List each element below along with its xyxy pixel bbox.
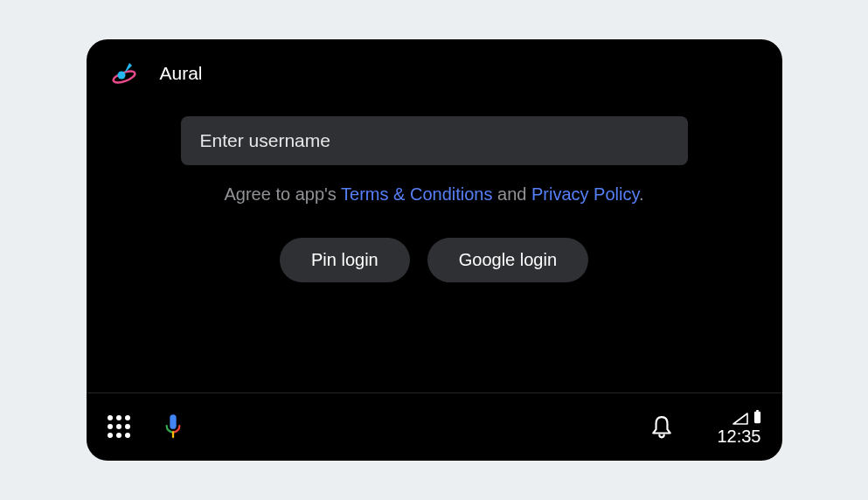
clock: 12:35 xyxy=(717,427,760,446)
status-icons xyxy=(733,409,761,425)
consent-text: Agree to app's Terms & Conditions and Pr… xyxy=(225,184,644,205)
login-form: Agree to app's Terms & Conditions and Pr… xyxy=(87,94,782,392)
privacy-link[interactable]: Privacy Policy xyxy=(531,184,639,204)
aural-logo-icon xyxy=(111,60,137,87)
status-cluster: 12:35 xyxy=(717,409,760,446)
app-title: Aural xyxy=(160,63,203,84)
login-button-row: Pin login Google login xyxy=(280,238,588,282)
svg-point-1 xyxy=(117,72,125,80)
consent-middle: and xyxy=(492,184,531,204)
nav-bar: 12:35 xyxy=(87,392,782,461)
consent-prefix: Agree to app's xyxy=(225,184,342,204)
notification-bell-icon[interactable] xyxy=(650,415,673,440)
username-input[interactable] xyxy=(181,116,688,165)
consent-suffix: . xyxy=(639,184,644,204)
svg-rect-2 xyxy=(170,414,176,429)
mic-icon[interactable] xyxy=(163,414,183,441)
apps-grid-icon[interactable] xyxy=(108,415,132,440)
signal-icon xyxy=(733,413,748,425)
svg-rect-4 xyxy=(753,411,760,423)
pin-login-button[interactable]: Pin login xyxy=(280,238,410,282)
svg-rect-5 xyxy=(756,409,759,411)
google-login-button[interactable]: Google login xyxy=(427,238,588,282)
terms-link[interactable]: Terms & Conditions xyxy=(341,184,492,204)
battery-icon xyxy=(753,409,761,425)
app-header: Aural xyxy=(87,39,782,94)
car-display-frame: Aural Agree to app's Terms & Conditions … xyxy=(87,39,782,461)
